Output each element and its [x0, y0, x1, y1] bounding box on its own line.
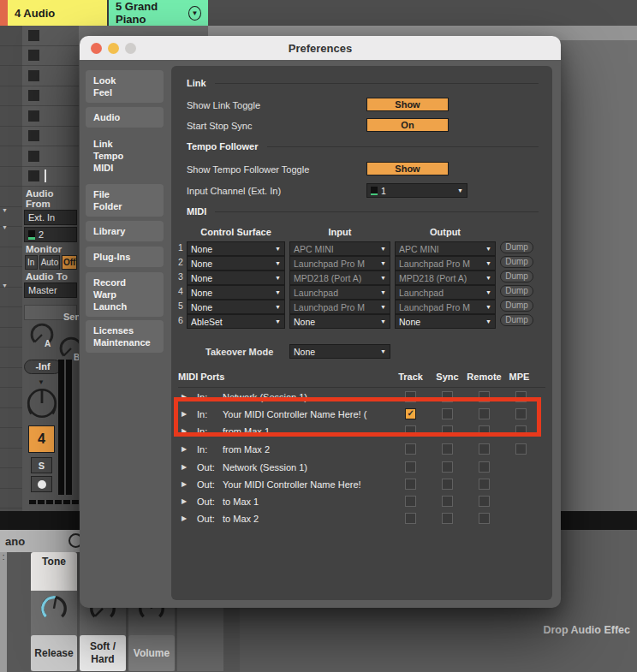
clip-slot[interactable]	[22, 167, 79, 187]
port-checkbox[interactable]	[405, 443, 416, 455]
control-surface-select[interactable]: None▼	[187, 256, 285, 271]
start-stop-sync-button[interactable]: On	[366, 118, 449, 132]
tab-audio[interactable]: Audio	[86, 107, 164, 128]
input-select[interactable]: APC MINI▼	[289, 241, 390, 256]
port-checkbox[interactable]	[479, 479, 490, 490]
control-surface-select[interactable]: None▼	[187, 300, 285, 314]
audio-to-select[interactable]: Master	[24, 282, 77, 298]
port-checkbox[interactable]	[405, 479, 416, 490]
monitor-in-button[interactable]: In	[25, 255, 38, 270]
clip-slot[interactable]	[22, 66, 79, 86]
tab-link-tempo-midi[interactable]: Link Tempo MIDI	[86, 134, 164, 178]
track-activator-button[interactable]: 4	[28, 425, 55, 453]
clip-stop-icon[interactable]	[28, 30, 39, 41]
input-channel-select[interactable]: 1 ▼	[366, 183, 467, 198]
output-select[interactable]: Launchpad Pro M▼	[395, 256, 496, 271]
show-tempo-follower-toggle-button[interactable]: Show	[366, 162, 449, 175]
audio-from-select[interactable]: Ext. In	[24, 210, 77, 225]
track-volume-field[interactable]: -Inf	[24, 360, 62, 374]
dump-button[interactable]: Dump	[500, 285, 533, 297]
port-checkbox[interactable]	[479, 496, 490, 507]
port-checkbox[interactable]	[442, 461, 453, 473]
port-checkbox[interactable]	[442, 496, 453, 507]
port-checkbox[interactable]	[405, 513, 416, 524]
control-surface-select[interactable]: None▼	[187, 241, 285, 256]
track-tab-partial[interactable]	[0, 0, 8, 26]
clip-slot[interactable]	[22, 86, 79, 107]
tab-library[interactable]: Library	[86, 221, 164, 241]
dump-button[interactable]: Dump	[500, 300, 533, 312]
dump-button[interactable]: Dump	[500, 314, 533, 326]
minimize-button[interactable]	[108, 43, 119, 54]
track-tab-audio[interactable]: 4 Audio	[8, 0, 109, 26]
window-titlebar[interactable]: Preferences	[80, 36, 561, 60]
input-select[interactable]: Launchpad Pro M▼	[289, 256, 390, 271]
clip-stop-icon[interactable]	[28, 70, 39, 81]
expand-arrow-icon[interactable]: ▶	[182, 480, 187, 488]
monitor-auto-button[interactable]: Auto	[39, 255, 61, 270]
send-a-knob-icon[interactable]	[27, 320, 57, 349]
expand-arrow-icon[interactable]: ▶	[182, 445, 187, 453]
tab-file-folder[interactable]: File Folder	[86, 184, 164, 217]
tab-plug-ins[interactable]: Plug-Ins	[86, 247, 164, 267]
clip-slot[interactable]	[22, 26, 79, 46]
dump-button[interactable]: Dump	[500, 271, 533, 282]
control-surface-select[interactable]: AbleSet▼	[187, 314, 285, 329]
input-select[interactable]: Launchpad▼	[289, 285, 390, 300]
port-checkbox[interactable]	[479, 513, 490, 524]
tab-licenses-maintenance[interactable]: Licenses Maintenance	[86, 320, 164, 353]
clip-stop-icon[interactable]	[28, 151, 39, 162]
chevron-down-icon[interactable]: ▼	[2, 224, 8, 230]
port-checkbox[interactable]	[442, 513, 453, 524]
control-surface-select[interactable]: None▼	[187, 271, 285, 285]
clip-slot[interactable]	[22, 146, 79, 167]
solo-button[interactable]: S	[31, 457, 52, 473]
chevron-down-icon[interactable]: ▼	[2, 207, 8, 213]
output-select[interactable]: MPD218 (Port A)▼	[395, 271, 496, 285]
output-select[interactable]: None▼	[395, 314, 496, 329]
expand-arrow-icon[interactable]: ▶	[182, 514, 187, 522]
chevron-down-icon[interactable]: ▼	[2, 282, 8, 288]
clip-stop-icon[interactable]	[28, 110, 39, 122]
input-select[interactable]: None▼	[289, 314, 390, 329]
port-checkbox[interactable]	[479, 461, 490, 473]
input-select[interactable]: Launchpad Pro M▼	[289, 300, 390, 314]
output-select[interactable]: Launchpad Pro M▼	[395, 300, 496, 314]
dump-button[interactable]: Dump	[500, 241, 533, 253]
input-select[interactable]: MPD218 (Port A)▼	[289, 271, 390, 285]
track-tab-grand-piano[interactable]: 5 Grand Piano ▼	[109, 0, 208, 26]
clip-stop-icon[interactable]	[28, 130, 39, 141]
volume-button[interactable]: Volume	[128, 635, 175, 671]
tone-knob-icon[interactable]	[38, 592, 70, 621]
chevron-down-circle-icon[interactable]: ▼	[188, 6, 201, 21]
clip-slot[interactable]	[22, 46, 79, 67]
port-checkbox[interactable]	[442, 443, 453, 455]
clip-stop-icon[interactable]	[28, 90, 39, 101]
clip-stop-icon[interactable]	[28, 170, 39, 181]
control-surface-select[interactable]: None▼	[187, 285, 285, 300]
expand-arrow-icon[interactable]: ▶	[182, 463, 187, 471]
close-button[interactable]	[91, 43, 102, 54]
takeover-mode-select[interactable]: None ▼	[289, 344, 390, 359]
release-button[interactable]: Release	[31, 635, 77, 671]
port-checkbox[interactable]	[515, 443, 527, 455]
port-checkbox[interactable]	[442, 479, 453, 490]
show-link-toggle-button[interactable]: Show	[366, 98, 449, 111]
output-select[interactable]: APC MINI▼	[395, 241, 496, 256]
tab-look-feel[interactable]: Look Feel	[86, 70, 164, 103]
tab-record-warp-launch[interactable]: Record Warp Launch	[86, 272, 164, 317]
input-channel-select[interactable]: 2	[24, 227, 77, 242]
pan-knob-icon[interactable]	[24, 385, 60, 421]
expand-arrow-icon[interactable]: ▶	[182, 497, 187, 505]
dump-button[interactable]: Dump	[500, 256, 533, 268]
arm-record-button[interactable]	[31, 476, 52, 492]
clip-stop-icon[interactable]	[28, 50, 39, 61]
monitor-off-button[interactable]: Off	[62, 255, 77, 270]
output-select[interactable]: Launchpad▼	[395, 285, 496, 300]
zoom-button[interactable]	[125, 43, 136, 54]
soft-hard-button[interactable]: Soft / Hard	[80, 635, 126, 671]
port-checkbox[interactable]	[479, 443, 490, 455]
port-checkbox[interactable]	[405, 496, 416, 507]
port-checkbox[interactable]	[405, 461, 416, 473]
clip-slot[interactable]	[22, 127, 79, 147]
